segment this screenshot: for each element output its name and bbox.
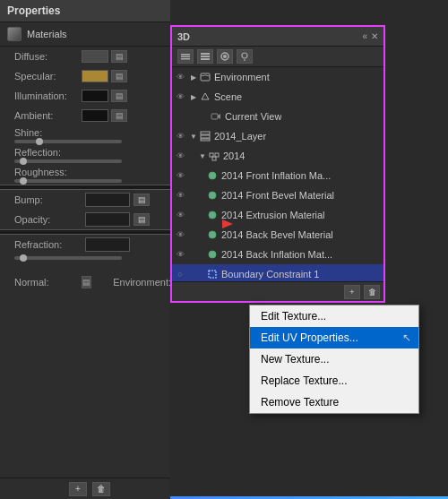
tree-item-current-view[interactable]: 👁 Current View [172,107,383,126]
tree-item-scene[interactable]: 👁 ▶ Scene [172,87,383,107]
tree-label-front-inflation: 2014 Front Inflation Ma... [221,170,331,181]
toolbar-layers-icon[interactable] [177,49,194,64]
context-menu-edit-uv[interactable]: Edit UV Properties... ↖ [250,327,418,348]
tree-item-environment[interactable]: 👁 ▶ Environment [172,67,383,87]
tree-item-extrusion[interactable]: 👁 2014 Extrusion Material [172,205,383,225]
delete-material-icon[interactable]: 🗑 [92,482,110,496]
context-menu-edit-texture[interactable]: Edit Texture... [250,305,418,327]
tree-item-back-bevel[interactable]: 👁 2014 Back Bevel Material [172,225,383,245]
eye-back-inflation[interactable]: 👁 [172,245,188,264]
roughness-label: Roughness: [14,167,171,177]
properties-title: Properties [7,4,60,17]
svg-point-22 [209,211,216,219]
mat-back-inflation-icon [206,248,219,261]
camera-icon [210,110,222,123]
edit-uv-label: Edit UV Properties... [261,331,358,344]
svg-rect-10 [201,73,210,81]
tree-item-front-inflation[interactable]: 👁 2014 Front Inflation Ma... [172,166,383,185]
diffuse-folder-btn[interactable]: ▤ [111,50,127,63]
svg-rect-1 [181,56,190,58]
illumination-label: Illumination: [14,90,82,101]
panel-3d-toolbar [172,47,383,67]
eye-front-bevel[interactable]: 👁 [172,185,188,205]
svg-rect-5 [201,58,210,60]
mat-extrusion-icon [206,209,219,221]
svg-rect-14 [201,132,210,134]
roughness-row: Roughness: [0,165,178,185]
tree-item-2014[interactable]: 👁 ▼ 2014 [172,146,383,166]
panel-add-icon[interactable]: + [344,285,360,299]
refraction-row: Refraction: 1.000 [0,235,178,254]
panel-3d: 3D « ✕ 👁 ▶ Environment [170,25,385,303]
context-menu-replace-texture[interactable]: Replace Texture... [250,370,418,391]
normal-folder-btn[interactable]: ▤ [82,276,91,288]
eye-scene[interactable]: 👁 [172,87,188,107]
shine-label: Shine: [14,127,171,138]
reflection-row: Reflection: [0,145,178,165]
panel-close-btn[interactable]: ✕ [371,31,378,41]
tree-label-current-view: Current View [225,111,281,122]
new-texture-label: New Texture... [261,353,329,366]
ambient-folder-btn[interactable]: ▤ [111,109,127,122]
illumination-swatch[interactable] [82,90,108,102]
panel-3d-header: 3D « ✕ [172,27,383,47]
eye-environment[interactable]: 👁 [172,67,188,87]
ambient-row: Ambient: ▤ [0,106,178,125]
context-menu-remove-texture[interactable]: Remove Texture [250,391,418,413]
diffuse-swatch[interactable] [82,50,108,63]
tree-item-2014-layer[interactable]: 👁 ▼ 2014_Layer [172,126,383,146]
cursor-icon: ↖ [402,331,411,344]
normal-row: Normal: ▤ Environment: [0,272,178,292]
opacity-input[interactable]: 100% [85,212,130,227]
properties-panel: Properties Materials Diffuse: ▤ Specular… [0,0,179,499]
materials-icon [7,27,22,41]
toolbar-light-icon[interactable] [237,49,253,64]
reflection-slider[interactable] [14,159,122,163]
constraint-icon [206,268,219,280]
svg-rect-12 [211,114,218,119]
specular-swatch[interactable] [82,70,108,82]
tree-item-back-inflation[interactable]: 👁 2014 Back Inflation Mat... [172,245,383,264]
eye-extrusion[interactable]: 👁 [172,205,188,225]
group-icon [208,150,220,162]
shine-slider[interactable] [14,140,122,143]
tree-label-2014: 2014 [223,151,245,161]
eye-2014[interactable]: 👁 [172,146,188,166]
context-menu-new-texture[interactable]: New Texture... [250,348,418,370]
tree-label-scene: Scene [214,91,242,102]
refraction-input[interactable]: 1.000 [85,237,130,252]
scene-icon [199,90,211,103]
svg-point-24 [209,251,216,258]
tree-label-environment: Environment [214,72,270,82]
svg-rect-15 [201,135,210,138]
panel-expand-btn[interactable]: « [362,31,367,41]
toolbar-camera-icon[interactable] [217,49,233,64]
opacity-folder-icon[interactable]: ▤ [134,213,150,226]
tree-label-back-inflation: 2014 Back Inflation Mat... [221,249,332,260]
illumination-folder-btn[interactable]: ▤ [111,90,127,102]
tree-label-boundary-constraint: Boundary Constraint 1 [221,269,319,280]
svg-rect-19 [212,157,216,160]
specular-folder-btn[interactable]: ▤ [111,70,127,82]
svg-point-8 [242,53,247,58]
refraction-slider[interactable] [14,256,122,260]
tree-label-front-bevel: 2014 Front Bevel Material [221,190,334,201]
tree-label-back-bevel: 2014 Back Bevel Material [221,229,333,240]
add-material-icon[interactable]: + [69,482,87,496]
toolbar-list-icon[interactable] [197,49,213,64]
panel-delete-icon[interactable]: 🗑 [364,285,380,299]
tree-label-extrusion: 2014 Extrusion Material [221,210,325,220]
opacity-row: Opacity: 100% ▤ [0,210,178,229]
bump-folder-icon[interactable]: ▤ [134,194,150,206]
roughness-slider[interactable] [14,179,122,183]
bump-input[interactable]: 10% [85,193,130,207]
diffuse-label: Diffuse: [14,51,82,62]
eye-back-bevel[interactable]: 👁 [172,225,188,245]
ambient-swatch[interactable] [82,109,108,122]
environment-label: Environment: [109,277,171,288]
mat-back-bevel-icon [206,228,219,241]
eye-front-inflation[interactable]: 👁 [172,166,188,185]
eye-2014-layer[interactable]: 👁 [172,126,188,146]
bump-label: Bump: [14,194,82,205]
tree-item-front-bevel[interactable]: 👁 2014 Front Bevel Material [172,185,383,205]
